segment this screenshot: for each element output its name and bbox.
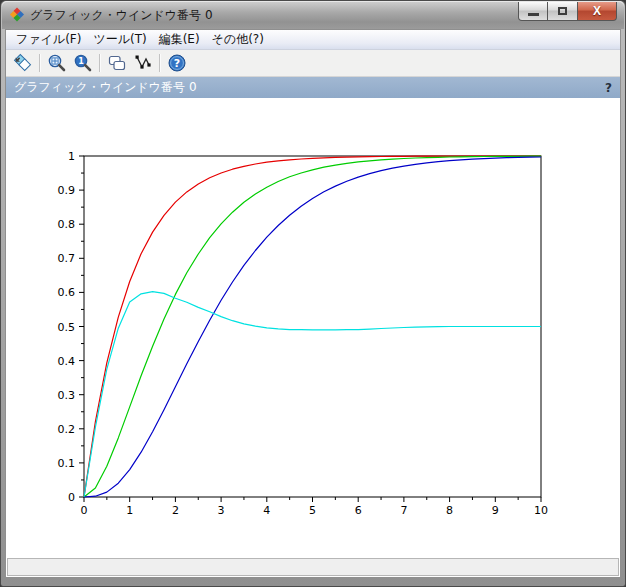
x-tick-label: 8 [446, 504, 453, 517]
unzoom-icon: 1 [73, 53, 93, 73]
window-title: グラフィック・ウインドウ番号 0 [30, 7, 213, 24]
menu-bar: ファイル(F) ツール(T) 編集(E) その他(?) [6, 30, 620, 50]
scilab-app-icon [9, 7, 25, 23]
figure-help-toggle[interactable]: ? [605, 81, 620, 95]
toolbar-separator [99, 54, 101, 72]
zoom-area-button[interactable] [45, 52, 69, 74]
figure-header-bar: グラフィック・ウインドウ番号 0 ? [6, 77, 620, 98]
x-tick-label: 6 [355, 504, 362, 517]
y-tick-label: 0.2 [58, 423, 76, 436]
x-tick-label: 7 [400, 504, 407, 517]
menu-tools[interactable]: ツール(T) [87, 30, 152, 49]
window-content: ファイル(F) ツール(T) 編集(E) その他(?) [5, 29, 621, 578]
plot-canvas[interactable]: 01234567891000.10.20.30.40.50.60.70.80.9… [6, 98, 620, 557]
x-tick-label: 10 [534, 504, 548, 517]
menu-edit[interactable]: 編集(E) [153, 30, 206, 49]
x-tick-label: 5 [309, 504, 316, 517]
close-icon: X [593, 5, 601, 17]
zoom-area-icon [47, 53, 67, 73]
y-tick-label: 0.9 [58, 184, 76, 197]
x-tick-label: 9 [492, 504, 499, 517]
y-tick-label: 0.4 [58, 355, 76, 368]
maximize-button[interactable] [548, 2, 578, 21]
y-tick-label: 0 [68, 491, 75, 504]
unzoom-button[interactable]: 1 [71, 52, 95, 74]
help-icon: ? [167, 53, 187, 73]
x-tick-label: 2 [172, 504, 179, 517]
datatip-button[interactable] [131, 52, 155, 74]
rotate-icon [13, 53, 33, 73]
app-window: グラフィック・ウインドウ番号 0 X ファイル(F) ツール(T) 編集(E) … [0, 0, 626, 587]
caption-button-group: X [518, 2, 617, 21]
y-tick-label: 1 [68, 150, 75, 163]
y-tick-label: 0.7 [58, 252, 76, 265]
plot-svg: 01234567891000.10.20.30.40.50.60.70.80.9… [6, 98, 620, 560]
help-button[interactable]: ? [165, 52, 189, 74]
svg-text:1: 1 [78, 57, 84, 66]
minimize-button[interactable] [518, 2, 548, 21]
close-button[interactable]: X [578, 2, 617, 21]
y-tick-label: 0.8 [58, 218, 76, 231]
cyan-curve [84, 292, 541, 497]
y-tick-label: 0.6 [58, 286, 76, 299]
toolbar: 1 [6, 50, 620, 77]
svg-text:?: ? [174, 57, 180, 70]
graphics-editor-button[interactable] [105, 52, 129, 74]
x-tick-label: 1 [126, 504, 133, 517]
x-tick-label: 0 [81, 504, 88, 517]
status-bar [7, 558, 619, 576]
y-tick-label: 0.3 [58, 389, 76, 402]
datatip-icon [133, 53, 153, 73]
graphics-editor-icon [107, 53, 127, 73]
toolbar-separator [39, 54, 41, 72]
x-tick-label: 3 [218, 504, 225, 517]
x-tick-label: 4 [263, 504, 270, 517]
maximize-icon [558, 7, 567, 15]
toolbar-separator [159, 54, 161, 72]
rotate-button[interactable] [11, 52, 35, 74]
menu-file[interactable]: ファイル(F) [10, 30, 87, 49]
menu-others[interactable]: その他(?) [206, 30, 270, 49]
y-tick-label: 0.1 [58, 457, 76, 470]
minimize-icon [528, 13, 539, 16]
y-tick-label: 0.5 [58, 321, 76, 334]
figure-title: グラフィック・ウインドウ番号 0 [6, 79, 605, 96]
